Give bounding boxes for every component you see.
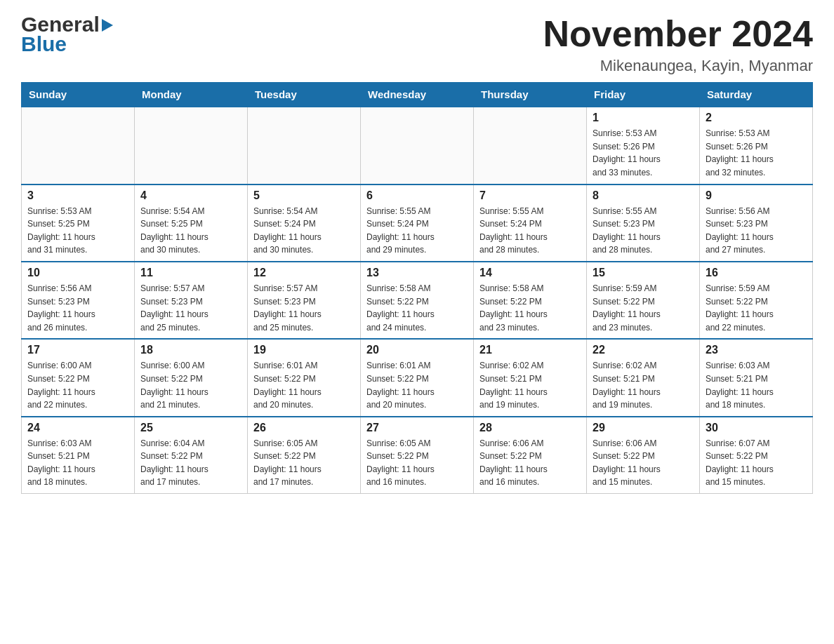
calendar-cell: 16Sunrise: 5:59 AM Sunset: 5:22 PM Dayli… — [700, 262, 813, 339]
calendar-cell: 19Sunrise: 6:01 AM Sunset: 5:22 PM Dayli… — [248, 339, 361, 416]
day-info: Sunrise: 5:58 AM Sunset: 5:22 PM Dayligh… — [479, 282, 581, 334]
day-info: Sunrise: 6:00 AM Sunset: 5:22 PM Dayligh… — [27, 359, 128, 411]
weekday-header-thursday: Thursday — [474, 83, 587, 107]
day-info: Sunrise: 6:06 AM Sunset: 5:22 PM Dayligh… — [593, 437, 694, 489]
weekday-header-row: SundayMondayTuesdayWednesdayThursdayFrid… — [22, 83, 813, 107]
calendar-week-2: 3Sunrise: 5:53 AM Sunset: 5:25 PM Daylig… — [22, 185, 813, 262]
day-number: 17 — [27, 344, 128, 356]
day-number: 22 — [593, 344, 694, 356]
day-info: Sunrise: 6:01 AM Sunset: 5:22 PM Dayligh… — [366, 359, 468, 411]
day-info: Sunrise: 5:53 AM Sunset: 5:25 PM Dayligh… — [27, 205, 128, 257]
day-info: Sunrise: 5:55 AM Sunset: 5:23 PM Dayligh… — [593, 205, 694, 257]
day-number: 23 — [706, 344, 807, 356]
calendar-cell: 24Sunrise: 6:03 AM Sunset: 5:21 PM Dayli… — [22, 417, 135, 494]
day-info: Sunrise: 6:06 AM Sunset: 5:22 PM Dayligh… — [479, 437, 581, 489]
calendar-week-1: 1Sunrise: 5:53 AM Sunset: 5:26 PM Daylig… — [22, 107, 813, 184]
day-number: 18 — [140, 344, 241, 356]
day-info: Sunrise: 5:58 AM Sunset: 5:22 PM Dayligh… — [366, 282, 468, 334]
calendar-cell: 10Sunrise: 5:56 AM Sunset: 5:23 PM Dayli… — [22, 262, 135, 339]
day-number: 13 — [366, 267, 468, 279]
calendar-cell — [135, 107, 248, 184]
day-info: Sunrise: 6:02 AM Sunset: 5:21 PM Dayligh… — [479, 359, 581, 411]
calendar-cell: 23Sunrise: 6:03 AM Sunset: 5:21 PM Dayli… — [700, 339, 813, 416]
day-info: Sunrise: 5:53 AM Sunset: 5:26 PM Dayligh… — [706, 127, 807, 179]
day-number: 11 — [140, 267, 241, 279]
calendar-cell: 7Sunrise: 5:55 AM Sunset: 5:24 PM Daylig… — [474, 185, 587, 262]
day-number: 20 — [366, 344, 468, 356]
day-number: 19 — [253, 344, 355, 356]
day-info: Sunrise: 5:54 AM Sunset: 5:24 PM Dayligh… — [253, 205, 355, 257]
logo-arrow-icon — [102, 19, 113, 32]
calendar-cell: 22Sunrise: 6:02 AM Sunset: 5:21 PM Dayli… — [587, 339, 700, 416]
weekday-header-monday: Monday — [135, 83, 248, 107]
calendar-cell: 14Sunrise: 5:58 AM Sunset: 5:22 PM Dayli… — [474, 262, 587, 339]
day-info: Sunrise: 6:00 AM Sunset: 5:22 PM Dayligh… — [140, 359, 241, 411]
day-info: Sunrise: 5:59 AM Sunset: 5:22 PM Dayligh… — [593, 282, 694, 334]
day-info: Sunrise: 6:03 AM Sunset: 5:21 PM Dayligh… — [27, 437, 128, 489]
day-number: 26 — [253, 422, 355, 434]
calendar-cell: 15Sunrise: 5:59 AM Sunset: 5:22 PM Dayli… — [587, 262, 700, 339]
day-number: 15 — [593, 267, 694, 279]
location-subtitle: Mikenaungea, Kayin, Myanmar — [543, 57, 813, 75]
calendar-cell: 13Sunrise: 5:58 AM Sunset: 5:22 PM Dayli… — [361, 262, 474, 339]
calendar-cell: 25Sunrise: 6:04 AM Sunset: 5:22 PM Dayli… — [135, 417, 248, 494]
day-number: 29 — [593, 422, 694, 434]
weekday-header-sunday: Sunday — [22, 83, 135, 107]
page-header: General Blue November 2024 Mikenaungea, … — [21, 14, 813, 75]
day-number: 9 — [706, 189, 807, 202]
day-number: 6 — [366, 189, 468, 202]
calendar-table: SundayMondayTuesdayWednesdayThursdayFrid… — [21, 82, 813, 494]
day-info: Sunrise: 5:57 AM Sunset: 5:23 PM Dayligh… — [140, 282, 241, 334]
day-info: Sunrise: 5:55 AM Sunset: 5:24 PM Dayligh… — [366, 205, 468, 257]
day-info: Sunrise: 6:04 AM Sunset: 5:22 PM Dayligh… — [140, 437, 241, 489]
logo-blue: Blue — [21, 32, 67, 56]
logo: General Blue — [21, 14, 113, 56]
day-info: Sunrise: 6:02 AM Sunset: 5:21 PM Dayligh… — [593, 359, 694, 411]
day-info: Sunrise: 6:01 AM Sunset: 5:22 PM Dayligh… — [253, 359, 355, 411]
calendar-cell — [361, 107, 474, 184]
main-title: November 2024 — [543, 14, 813, 54]
day-info: Sunrise: 6:07 AM Sunset: 5:22 PM Dayligh… — [706, 437, 807, 489]
calendar-cell: 8Sunrise: 5:55 AM Sunset: 5:23 PM Daylig… — [587, 185, 700, 262]
calendar-cell: 9Sunrise: 5:56 AM Sunset: 5:23 PM Daylig… — [700, 185, 813, 262]
calendar-cell: 4Sunrise: 5:54 AM Sunset: 5:25 PM Daylig… — [135, 185, 248, 262]
day-info: Sunrise: 5:57 AM Sunset: 5:23 PM Dayligh… — [253, 282, 355, 334]
day-number: 1 — [593, 112, 694, 124]
day-number: 16 — [706, 267, 807, 279]
title-block: November 2024 Mikenaungea, Kayin, Myanma… — [543, 14, 813, 75]
day-info: Sunrise: 6:05 AM Sunset: 5:22 PM Dayligh… — [253, 437, 355, 489]
weekday-header-saturday: Saturday — [700, 83, 813, 107]
calendar-cell: 30Sunrise: 6:07 AM Sunset: 5:22 PM Dayli… — [700, 417, 813, 494]
calendar-week-4: 17Sunrise: 6:00 AM Sunset: 5:22 PM Dayli… — [22, 339, 813, 416]
day-number: 10 — [27, 267, 128, 279]
day-number: 30 — [706, 422, 807, 434]
calendar-cell: 29Sunrise: 6:06 AM Sunset: 5:22 PM Dayli… — [587, 417, 700, 494]
calendar-cell: 26Sunrise: 6:05 AM Sunset: 5:22 PM Dayli… — [248, 417, 361, 494]
calendar-cell: 28Sunrise: 6:06 AM Sunset: 5:22 PM Dayli… — [474, 417, 587, 494]
calendar-cell — [248, 107, 361, 184]
calendar-cell: 27Sunrise: 6:05 AM Sunset: 5:22 PM Dayli… — [361, 417, 474, 494]
day-number: 25 — [140, 422, 241, 434]
weekday-header-friday: Friday — [587, 83, 700, 107]
day-info: Sunrise: 5:59 AM Sunset: 5:22 PM Dayligh… — [706, 282, 807, 334]
weekday-header-wednesday: Wednesday — [361, 83, 474, 107]
day-info: Sunrise: 5:55 AM Sunset: 5:24 PM Dayligh… — [479, 205, 581, 257]
day-info: Sunrise: 5:54 AM Sunset: 5:25 PM Dayligh… — [140, 205, 241, 257]
day-info: Sunrise: 6:05 AM Sunset: 5:22 PM Dayligh… — [366, 437, 468, 489]
calendar-cell: 17Sunrise: 6:00 AM Sunset: 5:22 PM Dayli… — [22, 339, 135, 416]
calendar-cell: 6Sunrise: 5:55 AM Sunset: 5:24 PM Daylig… — [361, 185, 474, 262]
day-number: 12 — [253, 267, 355, 279]
day-info: Sunrise: 5:53 AM Sunset: 5:26 PM Dayligh… — [593, 127, 694, 179]
day-number: 4 — [140, 189, 241, 202]
calendar-week-3: 10Sunrise: 5:56 AM Sunset: 5:23 PM Dayli… — [22, 262, 813, 339]
calendar-cell: 3Sunrise: 5:53 AM Sunset: 5:25 PM Daylig… — [22, 185, 135, 262]
day-number: 8 — [593, 189, 694, 202]
weekday-header-tuesday: Tuesday — [248, 83, 361, 107]
day-info: Sunrise: 5:56 AM Sunset: 5:23 PM Dayligh… — [706, 205, 807, 257]
day-number: 27 — [366, 422, 468, 434]
calendar-cell: 21Sunrise: 6:02 AM Sunset: 5:21 PM Dayli… — [474, 339, 587, 416]
calendar-cell: 20Sunrise: 6:01 AM Sunset: 5:22 PM Dayli… — [361, 339, 474, 416]
day-info: Sunrise: 5:56 AM Sunset: 5:23 PM Dayligh… — [27, 282, 128, 334]
day-number: 14 — [479, 267, 581, 279]
day-number: 28 — [479, 422, 581, 434]
